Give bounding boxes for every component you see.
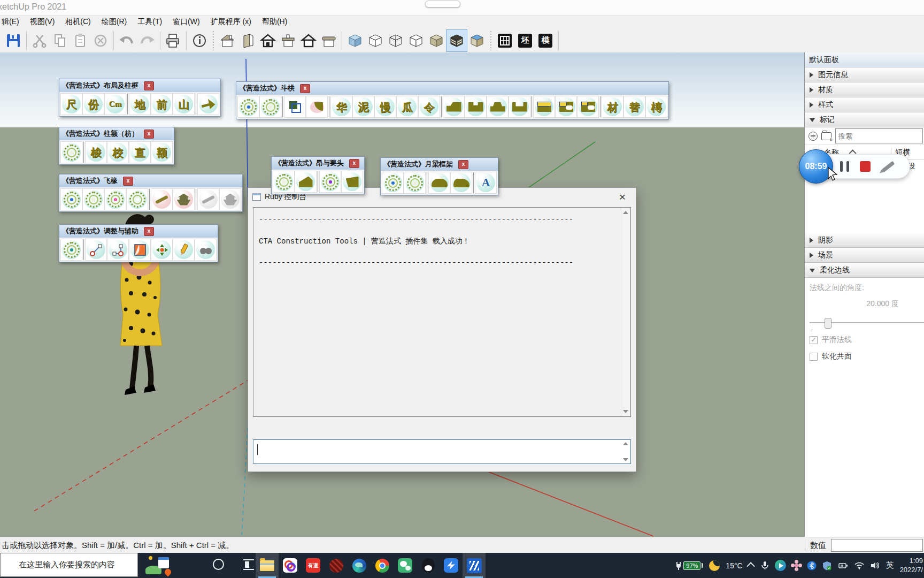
close-icon[interactable]: ×	[613, 189, 632, 205]
console-input[interactable]	[253, 439, 631, 464]
add-tag-icon[interactable]	[808, 132, 818, 141]
adjust-surface-icon[interactable]	[129, 239, 151, 261]
style-xray-icon[interactable]	[345, 30, 365, 51]
feichuan-rafter-icon[interactable]	[151, 188, 173, 210]
sketchup-app[interactable]	[463, 553, 486, 578]
smooth-normals-checkbox[interactable]: ✓	[810, 336, 818, 344]
dougong-btn-ni[interactable]: 泥	[352, 96, 374, 118]
dougong-btn-cai[interactable]: 材	[602, 96, 623, 118]
feichuan-gear-icon-3[interactable]	[104, 188, 126, 210]
feichuan-gear-icon-1[interactable]	[60, 188, 82, 210]
menu-extensions[interactable]: 扩展程序 (x)	[205, 17, 257, 27]
chrome-app[interactable]	[371, 553, 394, 578]
style-shaded-icon[interactable]	[426, 30, 446, 51]
feichuan-gear-icon-4[interactable]	[126, 188, 148, 210]
standard-view-right-icon[interactable]	[319, 30, 339, 51]
tags-search-input[interactable]	[835, 128, 923, 143]
style-wireframe-icon[interactable]	[386, 30, 406, 51]
console-scrollbar[interactable]	[621, 208, 630, 416]
flower-app-icon[interactable]	[795, 564, 798, 567]
microphone-icon[interactable]	[760, 561, 769, 570]
cut-icon[interactable]	[29, 30, 50, 51]
scroll-down-icon[interactable]	[623, 410, 628, 413]
dougong-btn-ti[interactable]: 替	[623, 96, 645, 118]
power-plug-icon[interactable]	[837, 562, 848, 569]
yueliang-beam-icon-1[interactable]	[428, 172, 450, 194]
section-soften-edges[interactable]: 柔化边线	[805, 263, 924, 278]
menu-help[interactable]: 帮助(H)	[257, 17, 292, 27]
toolbar-title-bar[interactable]: 《营造法式》斗栱x	[236, 82, 668, 95]
adjust-gear-icon[interactable]	[60, 239, 82, 261]
mo-model-button[interactable]: 模	[535, 30, 556, 51]
save-icon[interactable]	[3, 30, 24, 51]
dougong-squares-icon[interactable]	[284, 96, 306, 118]
thunder-app[interactable]	[440, 553, 463, 578]
stop-icon[interactable]	[860, 161, 871, 172]
model-info-icon[interactable]	[189, 30, 210, 51]
close-icon[interactable]: x	[458, 160, 468, 169]
menu-camera[interactable]: 相机(C)	[60, 17, 96, 27]
close-icon[interactable]: x	[349, 159, 359, 168]
toolbar-title-bar[interactable]: 《营造法式》调整与辅助x	[59, 225, 218, 238]
toolbar-title-bar[interactable]: 《营造法式》布局及柱框x	[59, 79, 220, 92]
temperature-text[interactable]: 15°C	[726, 561, 742, 570]
input-spinner[interactable]	[623, 442, 628, 461]
dougong-bracket-icon-4[interactable]	[509, 96, 530, 118]
zhue-gear-icon[interactable]	[60, 141, 82, 163]
feichuan-roof-icon[interactable]	[173, 188, 195, 210]
standard-view-iso-icon[interactable]	[217, 30, 237, 51]
adjust-move-icon[interactable]	[151, 239, 173, 261]
menu-view[interactable]: 视图(V)	[25, 17, 60, 27]
adjust-diagonal-measure-icon[interactable]	[85, 239, 107, 261]
pause-icon[interactable]	[840, 161, 849, 172]
bluetooth-icon[interactable]	[807, 561, 817, 571]
angyu-beak-icon[interactable]	[295, 171, 317, 193]
style-back-edges-icon[interactable]	[365, 30, 386, 51]
angyu-gear-icon[interactable]	[273, 171, 295, 193]
pi-blank-button[interactable]: 坯	[515, 30, 535, 51]
feichuan-roof-disabled-icon[interactable]	[219, 188, 241, 210]
menu-draw[interactable]: 绘图(R)	[96, 17, 132, 27]
qq-app[interactable]	[417, 553, 440, 578]
close-icon[interactable]: x	[144, 81, 154, 90]
toolbar-title-bar[interactable]: 《营造法式》月梁框架x	[381, 158, 498, 171]
feichuan-gear-icon-2[interactable]	[82, 188, 104, 210]
weather-widget-icon[interactable]	[145, 556, 172, 575]
zhue-btn-zhi[interactable]: 直	[129, 141, 151, 163]
delete-icon[interactable]	[90, 30, 111, 51]
dougong-cap-icon-3[interactable]	[577, 96, 599, 118]
standard-view-back-icon[interactable]	[278, 30, 298, 51]
angle-slider[interactable]	[810, 317, 919, 328]
menu-tools[interactable]: 工具(T)	[132, 17, 167, 27]
slider-handle[interactable]	[825, 318, 831, 329]
standard-view-box-icon[interactable]	[237, 30, 258, 51]
section-shadows[interactable]: 阴影	[805, 233, 924, 248]
close-icon[interactable]: x	[144, 227, 154, 236]
close-icon[interactable]: x	[123, 177, 133, 186]
standard-view-left-icon[interactable]	[298, 30, 319, 51]
component-grid-icon[interactable]	[495, 30, 515, 51]
yueliang-gear-icon-2[interactable]	[404, 172, 426, 194]
striped-red-app[interactable]	[325, 553, 348, 578]
menu-edit[interactable]: 辑(E)	[0, 17, 25, 27]
dougong-btn-man[interactable]: 慢	[374, 96, 396, 118]
layout-btn-qian[interactable]: 前	[151, 93, 173, 115]
dougong-bracket-icon-1[interactable]	[443, 96, 465, 118]
yueliang-annotate-button[interactable]: A	[475, 172, 497, 194]
console-output[interactable]: ----------------------------------------…	[253, 207, 631, 417]
scroll-up-icon[interactable]	[623, 211, 628, 214]
layout-btn-shan[interactable]: 山	[173, 93, 195, 115]
taskbar-clock[interactable]: 1:09 2022/7/	[900, 557, 923, 575]
section-materials[interactable]: 材质	[805, 82, 924, 97]
dougong-btn-tuan[interactable]: 槫	[645, 96, 667, 118]
style-hidden-line-icon[interactable]	[406, 30, 426, 51]
print-icon[interactable]	[163, 30, 183, 51]
security-shield-icon[interactable]	[822, 561, 831, 571]
redo-icon[interactable]	[137, 30, 157, 51]
file-explorer-app[interactable]	[256, 553, 279, 578]
soften-coplanar-checkbox[interactable]	[810, 353, 818, 361]
ime-indicator[interactable]: 英	[886, 560, 894, 571]
standard-view-front-icon[interactable]	[258, 30, 278, 51]
yueliang-beam-icon-2[interactable]	[450, 172, 472, 194]
dougong-btn-ling[interactable]: 令	[418, 96, 440, 118]
